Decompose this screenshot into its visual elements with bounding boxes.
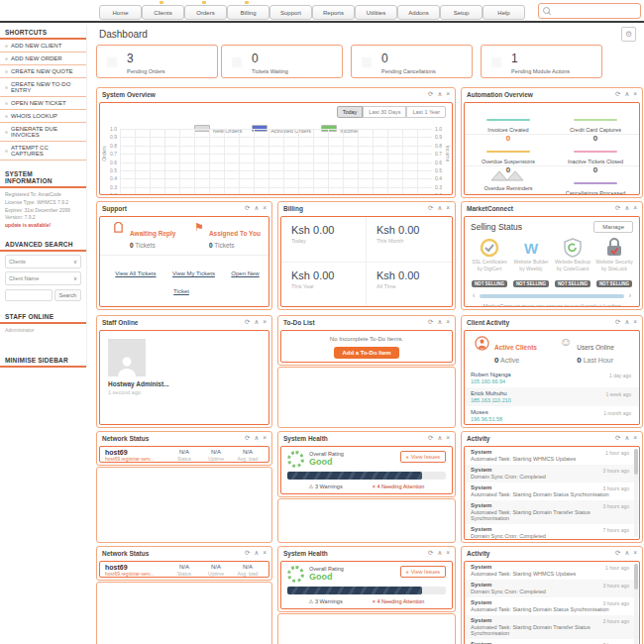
collapse-icon[interactable]: ∧	[437, 550, 442, 557]
collapse-icon[interactable]: ∧	[437, 91, 442, 98]
refresh-icon[interactable]: ⟳	[428, 205, 433, 212]
close-icon[interactable]: ×	[263, 205, 267, 212]
tab-billing[interactable]: Billing	[227, 5, 269, 20]
close-icon[interactable]: ×	[263, 319, 267, 326]
collapse-icon[interactable]: ∧	[254, 550, 259, 557]
advanced-search-button[interactable]: Search	[54, 289, 81, 301]
sidebar-item-generate-due-invoices[interactable]: GENERATE DUE INVOICES	[0, 123, 86, 142]
stat-pending-module-actions[interactable]: ▦ 1 Pending Module Actions	[481, 45, 602, 78]
range-1year-button[interactable]: Last 1 Year	[406, 106, 446, 118]
scroll-left-icon[interactable]: ‹	[473, 292, 475, 299]
close-icon[interactable]: ×	[633, 91, 637, 98]
stat-pending-orders[interactable]: ▦ 3 Pending Orders	[96, 45, 218, 78]
sidebar-item-open-new-ticket[interactable]: OPEN NEW TICKET	[0, 97, 86, 110]
close-icon[interactable]: ×	[633, 550, 637, 557]
marketconnect-panel: MarketConnect ⟳ ∧ × Selling Status Manag…	[461, 201, 643, 310]
close-icon[interactable]: ×	[446, 550, 450, 557]
refresh-icon[interactable]: ⟳	[245, 550, 250, 557]
stat-pending-cancellations[interactable]: ▦ 0 Pending Cancellations	[351, 45, 473, 78]
view-issues-button[interactable]: +View Issues	[400, 451, 446, 463]
view-my-tickets-link[interactable]: View My Tickets	[172, 270, 215, 276]
tab-clients[interactable]: Clients	[142, 5, 184, 20]
client-row[interactable]: Moses 196.96.51.58 1 month ago	[465, 406, 639, 425]
close-icon[interactable]: ×	[263, 435, 267, 442]
activity-scrollbar[interactable]	[634, 564, 638, 644]
close-icon[interactable]: ×	[633, 435, 637, 442]
stat-tickets-waiting[interactable]: ▦ 0 Tickets Waiting	[221, 45, 343, 78]
tab-utilities[interactable]: Utilities	[355, 5, 397, 20]
collapse-icon[interactable]: ∧	[624, 550, 629, 557]
dashboard-settings-button[interactable]: ⚙	[621, 27, 636, 42]
collapse-icon[interactable]: ∧	[437, 319, 442, 326]
refresh-icon[interactable]: ⟳	[615, 319, 620, 326]
sidebar-item-create-todo-entry[interactable]: CREATE NEW TO-DO ENTRY	[0, 78, 86, 97]
manage-button[interactable]: Manage	[593, 221, 633, 233]
refresh-icon[interactable]: ⟳	[245, 205, 250, 212]
view-all-tickets-link[interactable]: View All Tickets	[115, 270, 156, 276]
collapse-icon[interactable]: ∧	[437, 205, 442, 212]
refresh-icon[interactable]: ⟳	[428, 319, 433, 326]
server-domain-link[interactable]: host69.registrar-serv...	[105, 571, 168, 577]
sidebar-item-create-new-quote[interactable]: CREATE NEW QUOTE	[0, 65, 86, 78]
collapse-icon[interactable]: ∧	[624, 205, 629, 212]
close-icon[interactable]: ×	[446, 319, 450, 326]
close-icon[interactable]: ×	[263, 550, 267, 557]
tab-support[interactable]: Support	[269, 5, 312, 20]
collapse-icon[interactable]: ∧	[254, 319, 259, 326]
tab-setup[interactable]: Setup	[440, 5, 483, 20]
sidebar-item-attempt-cc-captures[interactable]: ATTEMPT CC CAPTURES	[0, 142, 86, 161]
refresh-icon[interactable]: ⟳	[615, 91, 620, 98]
close-icon[interactable]: ×	[633, 319, 637, 326]
refresh-icon[interactable]: ⟳	[428, 550, 433, 557]
sidebar-item-whois-lookup[interactable]: WHOIS LOOKUP	[0, 110, 86, 123]
horizontal-scrollbar[interactable]	[480, 294, 623, 298]
client-ip-link[interactable]: 196.96.51.58	[471, 416, 633, 422]
scroll-right-icon[interactable]: ›	[629, 292, 631, 299]
tab-addons[interactable]: Addons	[397, 5, 440, 20]
close-icon[interactable]: ×	[633, 205, 637, 212]
collapse-icon[interactable]: ∧	[624, 91, 629, 98]
sidebar-item-add-new-client[interactable]: ADD NEW CLIENT	[0, 40, 86, 53]
product-ssl-certificates[interactable]: SSL Certificates by DigiCert NOT SELLING	[469, 237, 510, 289]
client-row[interactable]: Robert Nganga 105.160.66.94 1 day ago	[465, 369, 639, 387]
product-website-builder[interactable]: W Website Builder by Weebly NOT SELLING	[510, 237, 552, 289]
client-ip-link[interactable]: 185.163.110.210	[471, 397, 633, 403]
search-type-select[interactable]: Clients ∨	[5, 255, 81, 268]
range-today-button[interactable]: Today	[337, 106, 364, 118]
refresh-icon[interactable]: ⟳	[615, 550, 620, 557]
product-website-security[interactable]: Website Security by SiteLock NOT SELLING	[593, 237, 635, 289]
refresh-icon[interactable]: ⟳	[245, 319, 250, 326]
range-30days-button[interactable]: Last 30 Days	[363, 106, 406, 118]
view-issues-button[interactable]: +View Issues	[400, 566, 446, 578]
client-ip-link[interactable]: 105.160.66.94	[471, 378, 633, 384]
close-icon[interactable]: ×	[446, 205, 450, 212]
tab-reports[interactable]: Reports	[312, 5, 355, 20]
collapse-icon[interactable]: ∧	[437, 435, 442, 442]
refresh-icon[interactable]: ⟳	[615, 205, 620, 212]
client-row[interactable]: Erick Muhuhu 185.163.110.210 1 week ago	[465, 387, 639, 406]
refresh-icon[interactable]: ⟳	[615, 435, 620, 442]
close-icon[interactable]: ×	[446, 435, 450, 442]
close-icon[interactable]: ×	[446, 91, 450, 98]
collapse-icon[interactable]: ∧	[254, 205, 259, 212]
refresh-icon[interactable]: ⟳	[245, 435, 250, 442]
tab-help[interactable]: Help	[483, 5, 525, 20]
tab-orders[interactable]: Orders	[184, 5, 227, 20]
activity-scrollbar[interactable]	[634, 449, 638, 537]
product-website-backup[interactable]: Website Backup by CodeGuard NOT SELLING	[552, 237, 593, 289]
add-todo-button[interactable]: Add a To-Do Item	[334, 347, 398, 359]
global-search-input[interactable]	[552, 5, 639, 17]
minimise-sidebar-button[interactable]: MINIMISE SIDEBAR	[0, 353, 86, 368]
collapse-icon[interactable]: ∧	[254, 435, 259, 442]
refresh-icon[interactable]: ⟳	[428, 91, 433, 98]
update-available-link[interactable]: update is available!	[5, 222, 81, 230]
tab-home[interactable]: Home	[99, 5, 142, 20]
advanced-search-input[interactable]	[5, 289, 53, 301]
collapse-icon[interactable]: ∧	[624, 435, 629, 442]
search-field-select[interactable]: Client Name ∨	[5, 271, 81, 285]
sidebar-item-add-new-order[interactable]: ADD NEW ORDER	[0, 53, 86, 65]
server-domain-link[interactable]: host69.registrar-serv...	[105, 456, 168, 462]
refresh-icon[interactable]: ⟳	[428, 435, 433, 442]
collapse-icon[interactable]: ∧	[624, 319, 629, 326]
global-search-box[interactable]	[538, 3, 641, 19]
